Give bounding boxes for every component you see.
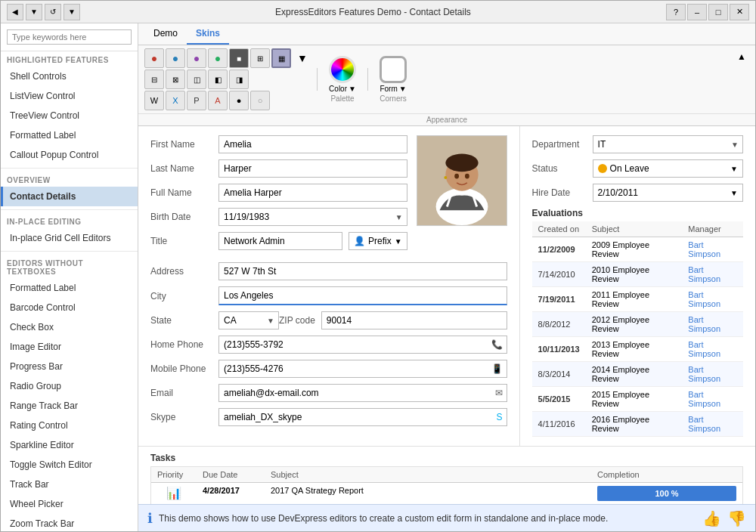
last-name-input[interactable] (218, 159, 407, 178)
thumbs-down-button[interactable]: 👎 (727, 509, 746, 527)
ribbon-btn-4[interactable]: ● (208, 48, 228, 68)
mobile-phone-input[interactable] (218, 360, 507, 378)
task-subject: 2017 QA Strategy Report (265, 483, 591, 505)
status-display[interactable]: On Leave ▼ (593, 159, 743, 178)
eval-row[interactable]: 7/19/2011 2011 Employee Review Bart Simp… (532, 287, 743, 312)
tab-skins[interactable]: Skins (187, 23, 229, 45)
ribbon-btn-16[interactable]: A (208, 91, 228, 110)
thumbs-up-button[interactable]: 👍 (702, 509, 721, 527)
ribbon-btn-6[interactable]: ⊞ (250, 48, 270, 68)
sidebar-item-toggle-switch[interactable]: Toggle Switch Editor (1, 455, 138, 475)
sidebar-search-area[interactable] (1, 23, 138, 51)
state-input[interactable] (218, 311, 279, 329)
birth-date-wrapper[interactable]: ▼ (218, 208, 407, 226)
ribbon-btn-3[interactable]: ● (187, 48, 206, 68)
titlebar-buttons[interactable]: ? – □ ✕ (666, 4, 749, 20)
hire-date-display[interactable]: 2/10/2011 ▼ (593, 184, 743, 202)
ribbon-btn-11[interactable]: ◧ (208, 70, 228, 89)
ribbon-btn-18[interactable]: ○ (250, 91, 270, 110)
email-input[interactable] (218, 384, 507, 402)
task-row[interactable]: 📊 4/28/2017 2017 QA Strategy Report 100 … (151, 483, 742, 505)
eval-row[interactable]: 7/14/2010 2010 Employee Review Bart Simp… (532, 262, 743, 287)
state-select-wrapper[interactable]: ▼ (218, 311, 279, 329)
nav-icon-1[interactable]: ◀ (7, 4, 23, 20)
help-button[interactable]: ? (666, 4, 686, 20)
full-name-input[interactable] (218, 184, 407, 202)
color-palette-button[interactable]: Color ▼ Palette (322, 54, 363, 105)
sidebar-item-checkbox[interactable]: Check Box (1, 317, 138, 337)
prefix-select-wrapper[interactable]: 👤 Prefix ▼ (349, 232, 407, 250)
birth-date-label: Birth Date (150, 212, 218, 222)
sidebar-item-treeview[interactable]: TreeView Control (1, 106, 138, 125)
nav-icon-2[interactable]: ↺ (45, 4, 61, 20)
sidebar-item-sparkline[interactable]: Sparkline Editor (1, 435, 138, 455)
ribbon-btn-9[interactable]: ⊠ (166, 70, 185, 89)
ribbon-btn-10[interactable]: ◫ (187, 70, 206, 89)
sidebar-item-track-bar[interactable]: Track Bar (1, 475, 138, 494)
nav-dropdown-1[interactable]: ▼ (26, 4, 42, 20)
eval-manager: Bart Simpson (682, 362, 743, 387)
skype-input[interactable] (218, 408, 507, 426)
zip-input[interactable] (321, 311, 507, 329)
status-label: Status (532, 163, 593, 174)
address-input[interactable] (218, 262, 507, 280)
birth-date-input[interactable] (218, 208, 407, 226)
eval-row[interactable]: 11/2/2009 2009 Employee Review Bart Simp… (532, 237, 743, 262)
ribbon: Demo Skins ● ● ● ● ■ (138, 23, 755, 126)
sidebar-item-zoom-track-bar[interactable]: Zoom Track Bar (1, 514, 138, 531)
eval-row[interactable]: 8/3/2014 2014 Employee Review Bart Simps… (532, 362, 743, 387)
first-name-input[interactable] (218, 135, 407, 153)
ribbon-btn-8[interactable]: ⊟ (144, 70, 164, 89)
tasks-scroll[interactable]: Priority Due Date Subject Completion 📊 4… (150, 466, 743, 504)
ribbon-collapse-button[interactable]: ▲ (734, 48, 749, 65)
eval-row[interactable]: 10/11/2013 2013 Employee Review Bart Sim… (532, 337, 743, 362)
title-input[interactable] (218, 232, 342, 250)
search-input[interactable] (7, 29, 132, 45)
sidebar-item-contact-details[interactable]: Contact Details (1, 187, 138, 206)
ribbon-btn-7[interactable]: ▦ (271, 48, 291, 68)
ribbon-btn-2[interactable]: ● (166, 48, 185, 68)
ribbon-body: ● ● ● ● ■ ⊞ ▦ ▼ ⊟ ⊠ ◫ (138, 45, 755, 113)
tab-demo[interactable]: Demo (144, 23, 187, 45)
eval-row[interactable]: 4/11/2016 2016 Employee Review Bart Simp… (532, 412, 743, 437)
close-button[interactable]: ✕ (730, 4, 749, 20)
ribbon-btn-17[interactable]: ● (229, 91, 249, 110)
sidebar-item-shell-controls[interactable]: Shell Controls (1, 66, 138, 86)
phone-icon: 📞 (491, 339, 503, 350)
sidebar-item-radio-group[interactable]: Radio Group (1, 376, 138, 396)
home-phone-input[interactable] (218, 336, 507, 354)
titlebar-nav-icons[interactable]: ◀ ▼ ↺ ▼ (7, 4, 80, 20)
department-select[interactable]: IT (593, 135, 743, 153)
eval-manager: Bart Simpson (682, 237, 743, 262)
hire-date-select-wrapper[interactable]: 2/10/2011 ▼ (593, 184, 743, 202)
status-select-wrapper[interactable]: On Leave ▼ (593, 159, 743, 178)
ribbon-btn-12[interactable]: ◨ (229, 70, 249, 89)
sidebar-item-inplace-grid[interactable]: In-place Grid Cell Editors (1, 228, 138, 248)
sidebar-item-callout[interactable]: Callout Popup Control (1, 145, 138, 165)
sidebar-item-formatted-label-hl[interactable]: Formatted Label (1, 125, 138, 145)
tasks-body: 📊 4/28/2017 2017 QA Strategy Report 100 … (151, 483, 742, 505)
nav-dropdown-2[interactable]: ▼ (64, 4, 80, 20)
sidebar-item-formatted-label[interactable]: Formatted Label (1, 278, 138, 298)
ribbon-btn-13[interactable]: W (144, 91, 164, 110)
eval-row[interactable]: 5/5/2015 2015 Employee Review Bart Simps… (532, 387, 743, 412)
sidebar-item-wheel-picker[interactable]: Wheel Picker (1, 494, 138, 514)
sidebar-item-barcode[interactable]: Barcode Control (1, 298, 138, 317)
prefix-select[interactable]: 👤 Prefix ▼ (349, 232, 407, 250)
sidebar-item-listview[interactable]: ListView Control (1, 86, 138, 106)
form-corners-button[interactable]: Form ▼ Corners (373, 54, 414, 105)
city-input[interactable] (218, 286, 507, 305)
ribbon-btn-1[interactable]: ● (144, 48, 164, 68)
sidebar-item-image-editor[interactable]: Image Editor (1, 337, 138, 357)
ribbon-btn-14[interactable]: X (166, 91, 185, 110)
minimize-button[interactable]: – (687, 4, 707, 20)
ribbon-dropdown-btn[interactable]: ▼ (293, 48, 312, 68)
eval-row[interactable]: 8/8/2012 2012 Employee Review Bart Simps… (532, 312, 743, 337)
department-select-wrapper[interactable]: IT ▼ (593, 135, 743, 153)
sidebar-item-progress-bar[interactable]: Progress Bar (1, 357, 138, 376)
sidebar-item-range-track-bar[interactable]: Range Track Bar (1, 396, 138, 416)
sidebar-item-rating-control[interactable]: Rating Control (1, 416, 138, 435)
ribbon-btn-15[interactable]: P (187, 91, 206, 110)
ribbon-btn-5[interactable]: ■ (229, 48, 249, 68)
maximize-button[interactable]: □ (708, 4, 728, 20)
